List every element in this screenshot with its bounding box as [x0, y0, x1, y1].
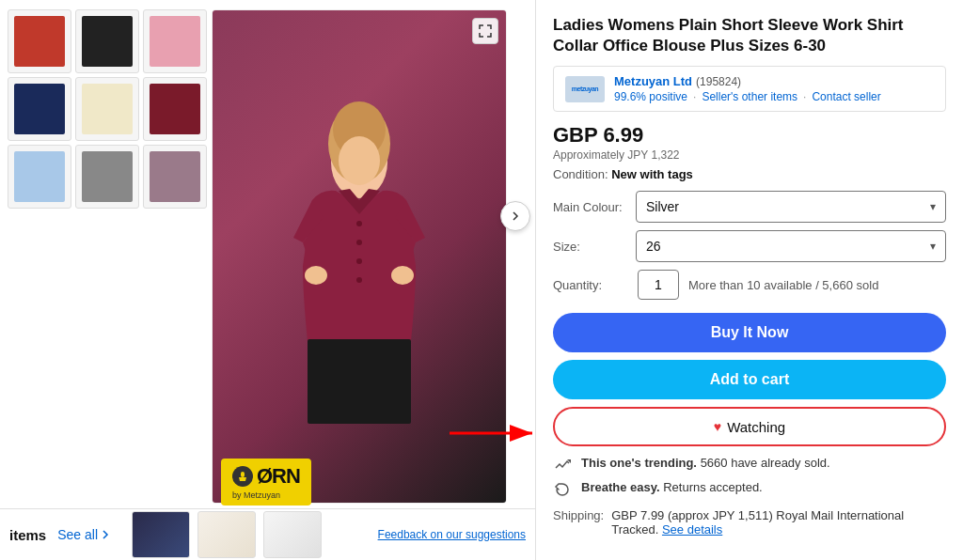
thumbnail-grid [8, 9, 207, 209]
left-panel: ØRN by Metzuyan items See all [0, 0, 536, 560]
bottom-bar: items See all Feedback on our suggestion… [0, 508, 535, 560]
heart-icon: ♥ [714, 419, 721, 434]
trending-text: This one's trending. 5660 have already s… [581, 456, 830, 470]
shipping-label: Shipping: [553, 508, 604, 537]
arrow-annotation [450, 419, 544, 455]
shipping-link[interactable]: See details [662, 522, 722, 537]
add-to-cart-button[interactable]: Add to cart [553, 360, 946, 399]
svg-point-7 [356, 277, 362, 283]
brand-sub: by Metzuyan [232, 490, 300, 500]
seller-meta: 99.6% positive · Seller's other items · … [614, 90, 881, 103]
seller-other-items[interactable]: Seller's other items [702, 90, 797, 103]
svg-point-4 [356, 221, 362, 226]
brand-logo-text: ØRN [257, 464, 300, 489]
size-chevron-icon: ▾ [930, 240, 936, 253]
thumb-2[interactable] [75, 9, 139, 73]
feedback-link[interactable]: Feedback on our suggestions [378, 528, 526, 541]
shipping-row: Shipping: GBP 7.99 (approx JPY 1,511) Ro… [553, 508, 946, 537]
size-select[interactable]: 26 ▾ [636, 230, 946, 262]
seller-box: metzuyan Metzuyan Ltd (195824) 99.6% pos… [553, 66, 946, 112]
price-main: GBP 6.99 [553, 123, 946, 148]
mini-thumb-1[interactable] [132, 511, 190, 558]
thumb-6[interactable] [143, 77, 207, 141]
condition-row: Condition: New with tags [553, 167, 946, 181]
quantity-label: Quantity: [553, 278, 628, 292]
watching-button[interactable]: ♥ Watching [553, 407, 946, 446]
quantity-input[interactable]: 1 [638, 270, 679, 300]
mini-thumb-3[interactable] [263, 511, 322, 558]
info-rows: This one's trending. 5660 have already s… [553, 456, 946, 499]
svg-point-5 [356, 240, 362, 245]
colour-row: Main Colour: Silver ▾ [553, 191, 946, 223]
seller-review-count: (195824) [696, 75, 741, 88]
trending-icon [553, 456, 572, 474]
svg-point-8 [305, 266, 327, 285]
seller-positive[interactable]: 99.6% positive [614, 90, 687, 103]
colour-value: Silver [646, 199, 679, 214]
size-label: Size: [553, 240, 628, 254]
size-row: Size: 26 ▾ [553, 230, 946, 262]
trending-row: This one's trending. 5660 have already s… [553, 456, 946, 474]
price-section: GBP 6.99 Approximately JPY 1,322 [553, 123, 946, 162]
svg-rect-10 [308, 339, 411, 424]
returns-row: Breathe easy. Returns accepted. [553, 480, 946, 499]
next-arrow[interactable] [500, 201, 530, 231]
right-panel: Ladies Womens Plain Short Sleeve Work Sh… [536, 0, 963, 560]
shipping-value: GBP 7.99 (approx JPY 1,511) Royal Mail I… [611, 508, 946, 537]
brand-logo: ØRN by Metzuyan [221, 459, 311, 506]
thumb-8[interactable] [75, 145, 139, 209]
colour-label: Main Colour: [553, 200, 628, 214]
product-title: Ladies Womens Plain Short Sleeve Work Sh… [553, 15, 946, 56]
see-all-link[interactable]: See all [57, 527, 111, 542]
buy-now-button[interactable]: Buy It Now [553, 313, 946, 352]
svg-point-3 [339, 136, 380, 185]
expand-icon[interactable] [472, 18, 498, 44]
thumb-5[interactable] [75, 77, 139, 141]
seller-contact[interactable]: Contact seller [812, 90, 880, 103]
seller-name[interactable]: Metzuyan Ltd [614, 74, 692, 88]
price-approx: Approximately JPY 1,322 [553, 148, 946, 162]
product-image-svg [256, 78, 463, 435]
seller-logo: metzuyan [565, 76, 605, 102]
condition-label: Condition: [553, 167, 608, 181]
mini-thumb-2[interactable] [197, 511, 256, 558]
thumb-7[interactable] [8, 145, 71, 209]
mini-thumbs [132, 511, 322, 558]
main-content: ØRN by Metzuyan items See all [0, 0, 963, 560]
svg-point-9 [391, 266, 414, 285]
svg-point-6 [356, 258, 362, 264]
returns-icon [553, 480, 572, 499]
colour-chevron-icon: ▾ [930, 200, 936, 213]
colour-select[interactable]: Silver ▾ [636, 191, 946, 223]
seller-info: Metzuyan Ltd (195824) 99.6% positive · S… [614, 74, 881, 103]
quantity-info: More than 10 available / 5,660 sold [688, 278, 878, 292]
thumb-9[interactable] [143, 145, 207, 209]
returns-text: Breathe easy. Returns accepted. [581, 480, 763, 494]
page: ØRN by Metzuyan items See all [0, 0, 963, 560]
items-label: items [9, 527, 46, 543]
condition-value: New with tags [611, 167, 693, 181]
thumb-1[interactable] [8, 9, 71, 73]
size-value: 26 [646, 239, 661, 254]
thumb-3[interactable] [143, 9, 207, 73]
quantity-row: Quantity: 1 More than 10 available / 5,6… [553, 270, 946, 300]
thumb-4[interactable] [8, 77, 71, 141]
